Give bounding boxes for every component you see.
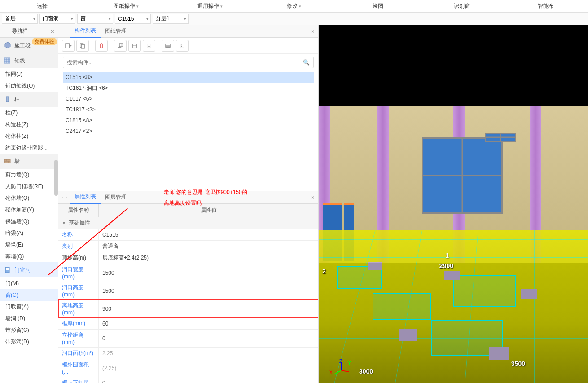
tab-component-list[interactable]: 构件列表 xyxy=(70,25,101,38)
nav-item[interactable]: 剪力墙(Q) xyxy=(0,169,58,180)
nav-item[interactable]: 柱(Z) xyxy=(0,107,58,119)
component-item[interactable]: TC1617-洞口 <6> xyxy=(63,83,314,93)
nav-item[interactable]: 构造柱(Z) xyxy=(0,119,58,130)
dim-label: 2 xyxy=(322,268,326,275)
property-value[interactable]: 1500 xyxy=(99,282,318,299)
nav-item[interactable]: 保温墙(Q) xyxy=(0,216,58,227)
floor-select[interactable]: 首层 xyxy=(2,14,38,24)
component-item[interactable]: C1515 <8> xyxy=(63,72,314,83)
tool-b-button[interactable] xyxy=(128,40,141,52)
tab-drawing-mgmt[interactable]: 图纸管理 xyxy=(101,25,131,38)
menu-general-ops[interactable]: 通用操作 xyxy=(168,0,252,12)
property-panel: ⋮⋮ 属性列表 图层管理 × 属性名称 属性值 ▼ 基础属性 名称C1515类别… xyxy=(58,191,318,383)
menu-identify-window[interactable]: 识别窗 xyxy=(420,0,504,12)
component-item[interactable]: C2417 <2> xyxy=(63,126,314,136)
drag-handle-icon[interactable]: ⋮⋮ xyxy=(2,29,10,34)
drag-handle-icon[interactable]: ⋮⋮ xyxy=(60,195,68,200)
property-row[interactable]: 洞口高度(mm)1500 xyxy=(58,282,318,300)
nav-item[interactable]: 墙垛(E) xyxy=(0,239,58,251)
menu-drawing-ops[interactable]: 图纸操作 xyxy=(84,0,168,12)
nav-item[interactable]: 带形洞(D) xyxy=(0,336,58,348)
dim-label: 3000 xyxy=(359,368,373,375)
nav-item[interactable]: 暗梁(A) xyxy=(0,227,58,239)
layer-select[interactable]: 分层1 xyxy=(153,14,189,24)
component-select[interactable]: C1515 xyxy=(115,14,151,24)
svg-rect-12 xyxy=(166,44,171,47)
property-row[interactable]: 洞口面积(m²)2.25 xyxy=(58,348,318,359)
menu-select[interactable]: 选择 xyxy=(0,0,84,12)
nav-item[interactable]: 墙洞 (D) xyxy=(0,313,58,324)
tab-property-list[interactable]: 属性列表 xyxy=(70,191,101,204)
nav-item[interactable]: 砌体墙(Q) xyxy=(0,192,58,204)
nav-item[interactable]: 砌体柱(Z) xyxy=(0,130,58,142)
category-icon xyxy=(4,42,12,49)
col-property-name: 属性名称 xyxy=(58,204,99,217)
property-value[interactable]: C1515 xyxy=(99,229,318,240)
property-row[interactable]: 立樘距离(mm)0 xyxy=(58,330,318,348)
menu-smart-layout[interactable]: 智能布 xyxy=(504,0,588,12)
nav-item[interactable]: 辅助轴线(O) xyxy=(0,80,58,92)
property-row[interactable]: 类别普通窗 xyxy=(58,241,318,252)
tool-e-button[interactable] xyxy=(176,40,189,52)
menu-draw[interactable]: 绘图 xyxy=(336,0,420,12)
property-group-basic[interactable]: ▼ 基础属性 xyxy=(58,217,318,229)
nav-item[interactable]: 砌体加筋(Y) xyxy=(0,204,58,216)
search-icon[interactable]: 🔍 xyxy=(303,59,310,66)
menu-modify[interactable]: 修改 xyxy=(252,0,336,12)
property-row[interactable]: 名称C1515 xyxy=(58,229,318,241)
nav-item[interactable]: 人防门框墙(RF) xyxy=(0,180,58,192)
3d-viewport[interactable]: 1 2 2900 3000 3500 X Y Z xyxy=(319,25,588,383)
scrollbar[interactable] xyxy=(54,160,58,196)
close-icon[interactable]: × xyxy=(49,28,56,35)
nav-item[interactable]: 带形窗(C) xyxy=(0,324,58,336)
dim-label: 2900 xyxy=(439,262,453,269)
nav-item[interactable]: 约束边缘非阴影... xyxy=(0,142,58,154)
category-select[interactable]: 门窗洞 xyxy=(39,14,75,24)
tool-d-button[interactable] xyxy=(162,40,174,52)
property-row[interactable]: 框厚(mm)60 xyxy=(58,318,318,330)
property-row[interactable]: 离地高度(mm)900 xyxy=(58,300,318,318)
search-input[interactable] xyxy=(67,57,301,68)
col-property-value: 属性值 xyxy=(99,204,318,217)
property-row[interactable]: 框上下扣尺...0 xyxy=(58,377,318,383)
property-value[interactable]: 60 xyxy=(99,318,318,329)
nav-category[interactable]: 轴线 xyxy=(0,53,58,68)
close-icon[interactable]: × xyxy=(309,194,316,201)
nav-category[interactable]: 门窗洞 xyxy=(0,262,58,277)
property-value[interactable]: 900 xyxy=(99,300,318,317)
new-button[interactable]: ▾ xyxy=(62,40,75,52)
property-value[interactable]: 1500 xyxy=(99,264,318,282)
component-item[interactable]: C1815 <8> xyxy=(63,115,314,126)
property-name: 洞口面积(m²) xyxy=(58,348,99,359)
type-select[interactable]: 窗 xyxy=(77,14,113,24)
drag-handle-icon[interactable]: ⋮⋮ xyxy=(60,29,68,34)
tool-a-button[interactable] xyxy=(114,40,127,52)
copy-button[interactable] xyxy=(76,40,89,52)
nav-category[interactable]: 墙 xyxy=(0,154,58,169)
property-row[interactable]: 洞口宽度(mm)1500 xyxy=(58,264,318,282)
property-value[interactable]: 0 xyxy=(99,330,318,347)
tool-c-button[interactable] xyxy=(143,40,155,52)
property-value[interactable]: 2.25 xyxy=(99,348,318,359)
free-trial-badge[interactable]: 免费体验 xyxy=(32,38,57,45)
tab-layer-mgmt[interactable]: 图层管理 xyxy=(101,191,131,204)
property-value[interactable]: (2.25) xyxy=(99,359,318,377)
property-value[interactable]: 层底标高+2.4(2.25) xyxy=(99,252,318,264)
property-row[interactable]: 顶标高(m)层底标高+2.4(2.25) xyxy=(58,252,318,264)
nav-item[interactable]: 门联窗(A) xyxy=(0,301,58,313)
property-value[interactable]: 0 xyxy=(99,377,318,383)
component-item[interactable]: C1017 <6> xyxy=(63,93,314,104)
nav-item[interactable]: 轴网(J) xyxy=(0,68,58,80)
nav-header: ⋮⋮ 导航栏 × xyxy=(0,25,58,38)
axis-gizmo[interactable]: X Y Z xyxy=(332,361,350,379)
nav-item[interactable]: 门(M) xyxy=(0,277,58,289)
nav-item[interactable]: 幕墙(Q) xyxy=(0,251,58,262)
delete-button[interactable] xyxy=(95,40,108,52)
nav-item[interactable]: 窗(C) xyxy=(0,289,58,301)
property-row[interactable]: 框外围面积(...(2.25) xyxy=(58,359,318,377)
component-item[interactable]: TC1817 <2> xyxy=(63,104,314,115)
nav-category[interactable]: 柱 xyxy=(0,92,58,107)
property-value[interactable]: 普通窗 xyxy=(99,241,318,252)
top-menu-bar: 选择 图纸操作 通用操作 修改 绘图 识别窗 智能布 xyxy=(0,0,588,13)
close-icon[interactable]: × xyxy=(309,28,316,35)
